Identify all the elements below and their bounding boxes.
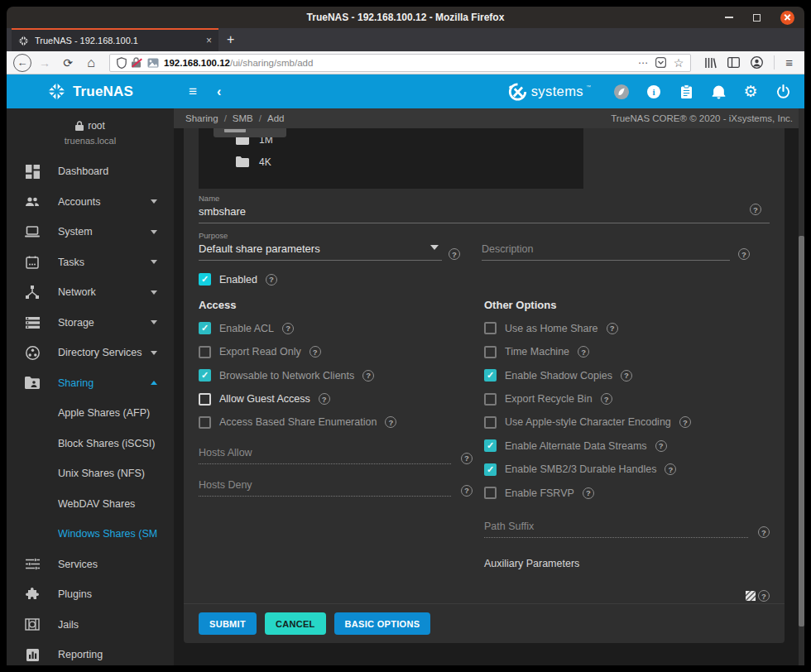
bookmark-star-icon[interactable]: ☆ — [674, 56, 684, 70]
checkbox-row-browsable[interactable]: Browsable to Network Clients ? — [199, 369, 484, 382]
insecure-lock-icon[interactable] — [132, 57, 142, 68]
checkbox[interactable] — [199, 393, 211, 406]
checkbox[interactable] — [484, 346, 497, 358]
tasks-clipboard-icon[interactable] — [678, 84, 694, 100]
info-icon[interactable]: i — [645, 84, 662, 100]
sidebar-item-block-shares[interactable]: Block Shares (iSCSI) — [7, 429, 174, 459]
breadcrumb-sharing[interactable]: Sharing — [185, 113, 218, 123]
tree-selected-row[interactable] — [214, 128, 286, 137]
help-icon[interactable]: ? — [461, 485, 473, 497]
checkbox-row-durable-handles[interactable]: Enable SMB2/3 Durable Handles ? — [484, 463, 770, 476]
library-icon[interactable] — [704, 57, 717, 69]
breadcrumb-smb[interactable]: SMB — [233, 113, 253, 123]
enabled-checkbox[interactable] — [199, 273, 211, 286]
basic-options-button[interactable]: BASIC OPTIONS — [334, 612, 431, 635]
checkbox-row-allow-guest[interactable]: Allow Guest Access ? — [199, 393, 484, 406]
help-icon[interactable]: ? — [461, 453, 473, 464]
sidebar-item-webdav-shares[interactable]: WebDAV Shares — [7, 489, 174, 520]
help-icon[interactable]: ? — [621, 370, 632, 382]
name-value[interactable]: smbshare — [199, 205, 770, 218]
purpose-select[interactable]: Purpose Default share parameters — [199, 231, 442, 261]
sidebar-item-services[interactable]: Services — [7, 550, 174, 580]
sidebar-item-system[interactable]: System — [7, 217, 174, 247]
checkbox-row-alt-data-streams[interactable]: Enable Alternate Data Streams ? — [484, 439, 770, 452]
checkbox-row-export-read-only[interactable]: Export Read Only ? — [199, 346, 484, 358]
help-icon[interactable]: ? — [758, 526, 770, 538]
page-media-icon[interactable] — [147, 58, 159, 68]
checkbox[interactable] — [199, 322, 211, 334]
checkbox[interactable] — [484, 393, 497, 406]
page-scrollbar-track[interactable] — [799, 108, 804, 665]
checkbox[interactable] — [484, 416, 497, 429]
settings-gear-icon[interactable]: ⚙ — [742, 84, 759, 100]
checkbox[interactable] — [484, 463, 497, 476]
description-field[interactable]: Description — [482, 243, 730, 261]
new-tab-button[interactable]: + — [218, 28, 242, 51]
url-text[interactable]: 192.168.100.12/ui/sharing/smb/add — [164, 58, 633, 68]
page-scrollbar-thumb[interactable] — [799, 236, 804, 626]
sidebar-item-storage[interactable]: Storage — [7, 308, 174, 338]
help-icon[interactable]: ? — [655, 440, 667, 452]
checkbox[interactable] — [484, 369, 497, 382]
reload-button[interactable]: ⟳ — [58, 57, 78, 69]
header-back-icon[interactable]: ‹ — [217, 84, 221, 99]
name-field[interactable]: Name smbshare ? — [199, 194, 770, 223]
sidebar-toggle-icon[interactable] — [727, 57, 740, 68]
maximize-button[interactable] — [753, 14, 761, 22]
help-icon[interactable]: ? — [583, 487, 594, 499]
help-icon[interactable]: ? — [758, 590, 770, 602]
truenas-logo[interactable]: TrueNAS CORE — [7, 82, 174, 101]
help-icon[interactable]: ? — [738, 248, 750, 260]
cancel-button[interactable]: CANCEL — [265, 612, 326, 635]
path-suffix-field[interactable]: Path Suffix ? — [484, 521, 770, 538]
checkbox-row-shadow-copies[interactable]: Enable Shadow Copies ? — [484, 369, 770, 382]
checkbox[interactable] — [484, 439, 497, 452]
sidebar-item-unix-shares[interactable]: Unix Shares (NFS) — [7, 458, 174, 489]
notifications-bell-icon[interactable] — [710, 84, 727, 100]
close-button[interactable] — [780, 11, 794, 25]
help-icon[interactable]: ? — [607, 323, 618, 334]
menu-icon[interactable]: ≡ — [785, 55, 793, 70]
account-icon[interactable] — [751, 56, 763, 69]
sidebar-item-tasks[interactable]: Tasks — [7, 247, 174, 278]
forward-button[interactable]: → — [35, 57, 55, 69]
checkbox[interactable] — [199, 346, 211, 358]
checkbox-row-apple-encoding[interactable]: Use Apple-style Character Encoding ? — [484, 416, 770, 429]
checkbox-row-time-machine[interactable]: Time Machine ? — [484, 346, 770, 358]
help-icon[interactable]: ? — [750, 204, 761, 215]
sidebar-item-directory-services[interactable]: Directory Services — [7, 338, 174, 368]
help-icon[interactable]: ? — [449, 248, 460, 260]
help-icon[interactable]: ? — [601, 393, 612, 405]
sidebar-item-network[interactable]: Network — [7, 277, 174, 308]
tracking-shield-icon[interactable] — [117, 57, 127, 69]
help-icon[interactable]: ? — [665, 463, 676, 475]
pocket-icon[interactable] — [655, 57, 666, 68]
checkbox-row-home-share[interactable]: Use as Home Share ? — [484, 322, 770, 334]
checkbox-row-enable-acl[interactable]: Enable ACL ? — [199, 322, 484, 334]
sidebar-item-plugins[interactable]: Plugins — [7, 579, 174, 610]
browser-tab[interactable]: TrueNAS - 192.168.100.1 × — [12, 28, 218, 51]
help-icon[interactable]: ? — [578, 346, 589, 358]
sidebar-item-reporting[interactable]: Reporting — [7, 640, 174, 665]
back-button[interactable]: ← — [13, 54, 31, 72]
hosts-deny-field[interactable]: Hosts Deny ? — [199, 479, 484, 497]
checkbox[interactable] — [484, 487, 497, 499]
minimize-button[interactable] — [725, 17, 733, 18]
sidebar-item-apple-shares[interactable]: Apple Shares (AFP) — [7, 398, 174, 429]
url-bar[interactable]: 192.168.100.12/ui/sharing/smb/add ⋯ ☆ — [109, 54, 691, 72]
sidebar-item-jails[interactable]: Jails — [7, 610, 174, 641]
checkbox-row-fsrvp[interactable]: Enable FSRVP ? — [484, 487, 770, 499]
tab-close-icon[interactable]: × — [206, 36, 212, 46]
sidebar-item-dashboard[interactable]: Dashboard — [7, 156, 174, 187]
checkbox[interactable] — [484, 322, 497, 334]
truecommand-icon[interactable] — [613, 84, 630, 100]
hosts-allow-field[interactable]: Hosts Allow ? — [199, 447, 484, 464]
help-icon[interactable]: ? — [266, 274, 277, 286]
path-tree-panel[interactable]: 1M 4K — [199, 128, 583, 189]
resize-handle-icon[interactable] — [746, 591, 756, 601]
sidebar-item-sharing[interactable]: Sharing — [7, 368, 174, 399]
help-icon[interactable]: ? — [362, 370, 374, 382]
checkbox-row-abe[interactable]: Access Based Share Enumeration ? — [199, 416, 484, 429]
checkbox-row-recycle-bin[interactable]: Export Recycle Bin ? — [484, 393, 770, 406]
help-icon[interactable]: ? — [310, 346, 321, 358]
